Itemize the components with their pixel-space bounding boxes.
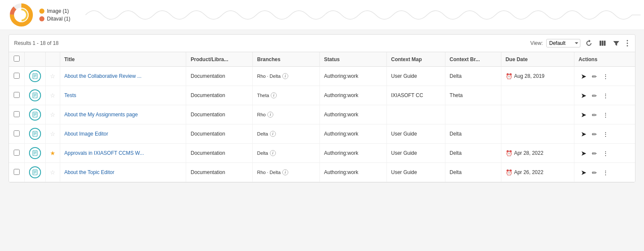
legend-item-ditaval: Ditaval (1)	[39, 16, 70, 22]
doc-icon	[29, 128, 41, 140]
navigate-button[interactable]: ➤	[579, 129, 588, 139]
navigate-button[interactable]: ➤	[579, 167, 588, 178]
branch-info-icon[interactable]: i	[282, 73, 288, 79]
row-checkbox[interactable]	[14, 73, 20, 79]
header-actions: Actions	[574, 52, 635, 67]
edit-button[interactable]: ✏	[590, 130, 599, 139]
row-more-button[interactable]: ⋮	[600, 149, 611, 158]
star-icon[interactable]: ☆	[50, 92, 56, 99]
branch-info-icon[interactable]: i	[270, 131, 276, 137]
filter-icon	[613, 40, 620, 47]
branch-info-icon[interactable]: i	[282, 169, 288, 175]
row-checkbox-cell[interactable]	[9, 124, 24, 144]
due-date-value: ⏰ Apr 28, 2022	[506, 150, 570, 157]
edit-button[interactable]: ✏	[590, 168, 599, 177]
row-checkbox-cell[interactable]	[9, 86, 24, 105]
row-checkbox[interactable]	[14, 169, 20, 175]
row-status-cell: Authoring:work	[319, 163, 386, 182]
row-title-cell: About the My Assignments page	[60, 105, 186, 124]
header-checkbox[interactable]	[9, 52, 24, 67]
row-more-button[interactable]: ⋮	[600, 168, 611, 177]
star-icon[interactable]: ☆	[50, 73, 56, 80]
row-star-cell[interactable]: ☆	[45, 86, 60, 105]
edit-button[interactable]: ✏	[590, 149, 599, 158]
row-title[interactable]: Tests	[64, 92, 154, 98]
star-icon[interactable]: ☆	[50, 130, 56, 137]
edit-button[interactable]: ✏	[590, 72, 599, 81]
legend-dot-ditaval	[39, 16, 44, 21]
filter-button[interactable]	[611, 38, 621, 48]
doc-icon	[29, 70, 41, 82]
row-title[interactable]: About the Collaborative Review ...	[64, 73, 154, 79]
row-star-cell[interactable]: ☆	[45, 67, 60, 86]
row-due-date-cell	[501, 105, 574, 124]
row-due-date-cell	[501, 124, 574, 144]
row-title[interactable]: About Image Editor	[64, 131, 154, 137]
row-more-button[interactable]: ⋮	[600, 110, 611, 120]
columns-button[interactable]	[597, 38, 608, 48]
row-checkbox[interactable]	[14, 150, 20, 156]
star-icon[interactable]: ☆	[50, 169, 56, 176]
row-product-cell: Documentation	[186, 124, 253, 144]
results-count: Results 1 - 18 of 18	[14, 40, 527, 46]
branch-info-icon[interactable]: i	[271, 92, 277, 98]
row-star-cell[interactable]: ☆	[45, 105, 60, 124]
more-options-button[interactable]	[625, 38, 630, 48]
donut-chart	[9, 2, 34, 28]
navigate-button[interactable]: ➤	[579, 109, 588, 120]
table-row: ☆ About the Collaborative Review ... Doc…	[9, 67, 635, 86]
row-more-button[interactable]: ⋮	[600, 91, 611, 100]
row-more-button[interactable]: ⋮	[600, 72, 611, 81]
row-context-map-cell: IXIASOFT CC	[386, 86, 445, 105]
navigate-button[interactable]: ➤	[579, 148, 588, 159]
star-icon[interactable]: ☆	[50, 111, 56, 118]
document-icon	[32, 169, 38, 175]
edit-button[interactable]: ✏	[590, 110, 599, 120]
row-star-cell[interactable]: ★	[45, 144, 60, 163]
results-table-container[interactable]: Title Product/Libra... Branches Status C…	[9, 52, 635, 182]
row-checkbox-cell[interactable]	[9, 144, 24, 163]
table-header-row: Title Product/Libra... Branches Status C…	[9, 52, 635, 67]
row-due-date-cell: ⏰ Apr 28, 2022	[501, 144, 574, 163]
view-select[interactable]: Default Compact Detailed	[546, 39, 580, 47]
row-checkbox-cell[interactable]	[9, 105, 24, 124]
row-title[interactable]: About the Topic Editor	[64, 169, 154, 175]
navigate-button[interactable]: ➤	[579, 90, 588, 101]
row-status-cell: Authoring:work	[319, 105, 386, 124]
row-checkbox[interactable]	[14, 111, 20, 117]
row-title[interactable]: About the My Assignments page	[64, 112, 154, 118]
row-status-cell: Authoring:work	[319, 67, 386, 86]
row-checkbox[interactable]	[14, 130, 20, 136]
row-actions-cell: ➤ ✏ ⋮	[574, 124, 635, 144]
clock-icon: ⏰	[506, 150, 512, 157]
doc-icon	[29, 89, 41, 101]
edit-button[interactable]: ✏	[590, 91, 599, 100]
row-star-cell[interactable]: ☆	[45, 124, 60, 144]
doc-icon	[29, 147, 41, 159]
refresh-button[interactable]	[584, 38, 594, 48]
navigate-button[interactable]: ➤	[579, 71, 588, 82]
row-checkbox[interactable]	[14, 92, 20, 98]
row-due-date-cell	[501, 86, 574, 105]
row-checkbox-cell[interactable]	[9, 67, 24, 86]
branch-info-icon[interactable]: i	[270, 150, 276, 156]
row-more-button[interactable]: ⋮	[600, 130, 611, 139]
row-product-cell: Documentation	[186, 105, 253, 124]
row-branches-cell: Rho · Delta i	[252, 163, 319, 182]
header-status: Status	[319, 52, 386, 67]
row-status-cell: Authoring:work	[319, 124, 386, 144]
branch-info-icon[interactable]: i	[267, 112, 273, 118]
row-title-cell: About the Topic Editor	[60, 163, 186, 182]
star-icon[interactable]: ★	[50, 150, 56, 157]
columns-icon	[599, 40, 606, 47]
row-actions-cell: ➤ ✏ ⋮	[574, 67, 635, 86]
doc-icon	[29, 109, 41, 121]
table-row: ☆ Tests Documentation Theta i Authoring:…	[9, 86, 635, 105]
row-icon-cell	[24, 144, 45, 163]
select-all-checkbox[interactable]	[14, 56, 20, 62]
wavy-decoration	[85, 0, 644, 30]
svg-rect-5	[600, 41, 601, 46]
row-checkbox-cell[interactable]	[9, 163, 24, 182]
row-title[interactable]: Approvals in IXIASOFT CCMS W...	[64, 150, 154, 156]
row-star-cell[interactable]: ☆	[45, 163, 60, 182]
